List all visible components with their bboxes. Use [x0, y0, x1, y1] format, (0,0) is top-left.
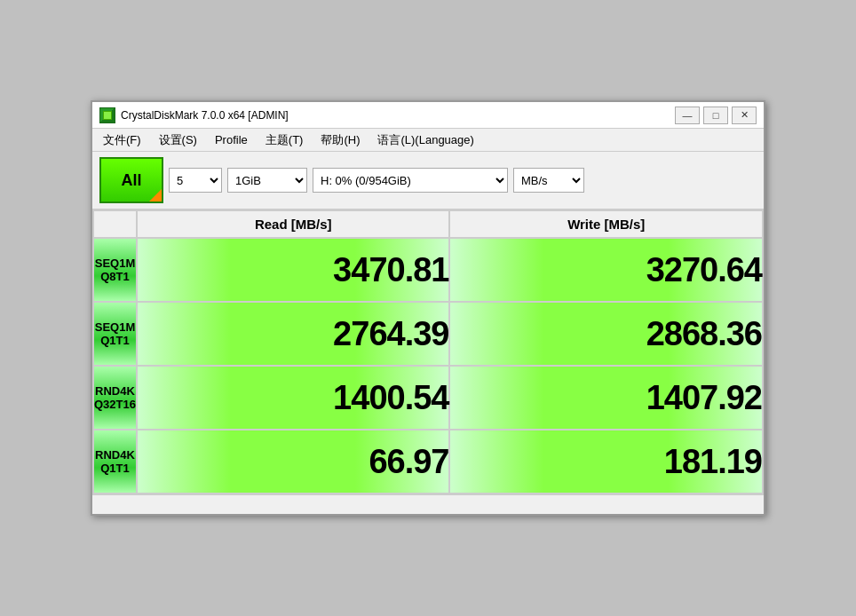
benchmark-content: Read [MB/s] Write [MB/s] SEQ1MQ8T13470.8… — [92, 209, 764, 494]
close-button[interactable]: ✕ — [732, 107, 757, 124]
app-icon-inner — [103, 111, 112, 120]
menu-language[interactable]: 语言(L)(Language) — [370, 130, 480, 150]
menu-bar: 文件(F) 设置(S) Profile 主题(T) 帮助(H) 语言(L)(La… — [92, 129, 764, 152]
menu-file[interactable]: 文件(F) — [96, 130, 148, 150]
title-bar-controls: — □ ✕ — [675, 107, 757, 124]
label-cell-1: SEQ1MQ1T1 — [93, 302, 137, 366]
title-bar: CrystalDiskMark 7.0.0 x64 [ADMIN] — □ ✕ — [92, 102, 764, 129]
read-value-1: 2764.39 — [137, 302, 450, 366]
app-icon — [99, 107, 115, 123]
menu-profile[interactable]: Profile — [208, 131, 255, 148]
write-value-3: 181.19 — [449, 430, 763, 494]
table-header-row: Read [MB/s] Write [MB/s] — [93, 210, 763, 238]
size-select[interactable]: 1GiB 512MiB 256MiB — [227, 168, 307, 193]
drive-select[interactable]: H: 0% (0/954GiB) — [313, 168, 508, 193]
read-value-3: 66.97 — [137, 430, 450, 494]
header-write: Write [MB/s] — [449, 210, 763, 238]
table-row: SEQ1MQ1T12764.392868.36 — [93, 302, 763, 366]
write-value-2: 1407.92 — [449, 366, 763, 430]
header-read: Read [MB/s] — [137, 210, 450, 238]
write-value-0: 3270.64 — [449, 238, 763, 302]
benchmark-table: Read [MB/s] Write [MB/s] SEQ1MQ8T13470.8… — [92, 209, 764, 494]
count-select[interactable]: 5 1 3 — [169, 168, 222, 193]
label-cell-3: RND4KQ1T1 — [93, 430, 137, 494]
unit-select[interactable]: MB/s GB/s — [513, 168, 584, 193]
menu-settings[interactable]: 设置(S) — [152, 130, 204, 150]
main-window: CrystalDiskMark 7.0.0 x64 [ADMIN] — □ ✕ … — [91, 100, 765, 516]
menu-theme[interactable]: 主题(T) — [258, 130, 311, 150]
maximize-button[interactable]: □ — [703, 107, 728, 124]
label-cell-0: SEQ1MQ8T1 — [93, 238, 137, 302]
title-bar-left: CrystalDiskMark 7.0.0 x64 [ADMIN] — [99, 107, 289, 123]
table-row: SEQ1MQ8T13470.813270.64 — [93, 238, 763, 302]
status-bar — [92, 494, 764, 514]
window-title: CrystalDiskMark 7.0.0 x64 [ADMIN] — [121, 109, 289, 122]
header-label — [93, 210, 137, 238]
all-button[interactable]: All — [99, 157, 163, 203]
minimize-button[interactable]: — — [675, 107, 700, 124]
label-cell-2: RND4KQ32T16 — [93, 366, 137, 430]
write-value-1: 2868.36 — [449, 302, 763, 366]
table-row: RND4KQ32T161400.541407.92 — [93, 366, 763, 430]
table-row: RND4KQ1T166.97181.19 — [93, 430, 763, 494]
toolbar: All 5 1 3 1GiB 512MiB 256MiB H: 0% (0/95… — [92, 152, 764, 209]
menu-help[interactable]: 帮助(H) — [313, 130, 367, 150]
read-value-2: 1400.54 — [137, 366, 450, 430]
read-value-0: 3470.81 — [137, 238, 450, 302]
